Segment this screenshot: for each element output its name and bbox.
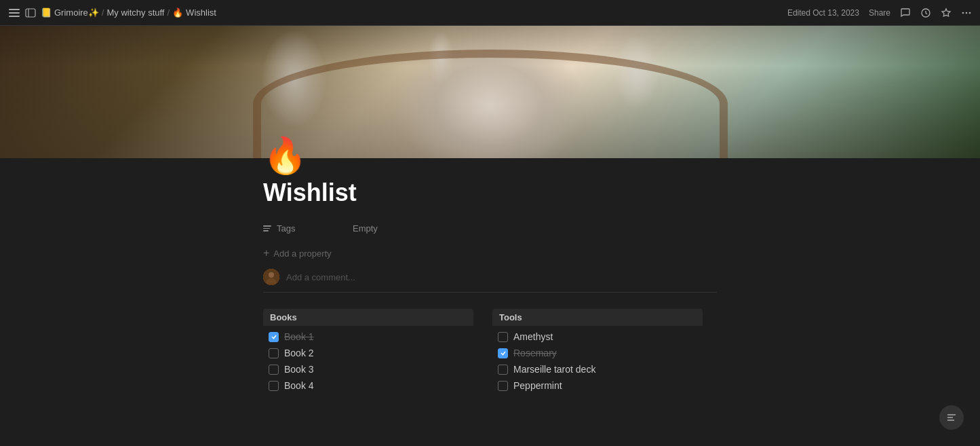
share-button[interactable]: Share (869, 8, 890, 18)
svg-point-5 (969, 12, 971, 14)
add-property-label: Add a property (273, 248, 331, 259)
rosemary-label: Rosemary (513, 348, 557, 358)
breadcrumb-sep-2: / (167, 7, 170, 18)
checklists-container: Books Book 1 Book 2 (263, 309, 717, 396)
breadcrumb-item-wishlist[interactable]: 🔥 Wishlist (172, 7, 216, 18)
wishlist-emoji: 🔥 (172, 7, 183, 18)
breadcrumb-item-grimoire[interactable]: 📒 Grimoire✨ (41, 7, 99, 18)
page-content: 🔥 Wishlist Tags Empty + Add a property (0, 138, 980, 396)
list-item: Peppermint (492, 377, 703, 394)
avatar (263, 269, 279, 285)
sidebar-toggle-icon[interactable] (24, 7, 37, 19)
favorite-icon[interactable] (941, 7, 952, 18)
tools-section: Tools Amethyst Rosemary (492, 309, 703, 396)
tags-label[interactable]: Tags (263, 223, 345, 234)
svg-point-4 (966, 12, 968, 14)
add-property-button[interactable]: + Add a property (263, 244, 717, 262)
add-property-plus-icon: + (263, 247, 269, 259)
checkbox-amethyst[interactable] (498, 332, 508, 342)
list-item: Marseille tarot deck (492, 361, 703, 377)
svg-point-3 (962, 12, 964, 14)
toc-button[interactable] (939, 405, 964, 430)
comment-area: Add a comment... (263, 262, 717, 293)
tags-icon (263, 224, 273, 234)
list-item: Rosemary (492, 345, 703, 361)
checkbox-book2[interactable] (269, 348, 279, 358)
checkbox-book4[interactable] (269, 381, 279, 391)
properties-section: Tags Empty (263, 221, 717, 236)
svg-point-7 (269, 272, 274, 278)
list-item: Amethyst (492, 329, 703, 345)
checkbox-rosemary[interactable] (498, 348, 508, 358)
checkbox-book3[interactable] (269, 365, 279, 375)
page-icon[interactable]: 🔥 (263, 138, 717, 173)
books-items: Book 1 Book 2 Book 3 Book 4 (263, 326, 473, 396)
history-icon[interactable] (920, 7, 931, 18)
breadcrumb-grimoire-label: Grimoire✨ (54, 7, 99, 18)
list-item: Book 4 (263, 377, 473, 394)
tags-value[interactable]: Empty (353, 223, 378, 234)
tools-header: Tools (492, 309, 703, 326)
book3-label: Book 3 (284, 364, 314, 375)
breadcrumb: 📒 Grimoire✨ / My witchy stuff / 🔥 Wishli… (41, 7, 216, 18)
tools-items: Amethyst Rosemary Marseille tarot deck (492, 326, 703, 396)
edited-timestamp: Edited Oct 13, 2023 (787, 8, 859, 18)
peppermint-label: Peppermint (513, 380, 562, 391)
list-item: Book 3 (263, 361, 473, 377)
tags-property-row: Tags Empty (263, 221, 717, 236)
svg-rect-0 (26, 9, 35, 17)
hamburger-icon[interactable] (8, 7, 20, 19)
checkbox-peppermint[interactable] (498, 381, 508, 391)
list-item: Book 1 (263, 329, 473, 345)
books-section: Books Book 1 Book 2 (263, 309, 473, 396)
marseille-label: Marseille tarot deck (513, 364, 595, 375)
amethyst-label: Amethyst (513, 331, 553, 342)
breadcrumb-mywitchystuff-label: My witchy stuff (106, 7, 164, 18)
topbar-right: Edited Oct 13, 2023 Share (787, 7, 972, 18)
comment-icon[interactable] (900, 7, 911, 18)
breadcrumb-sep-1: / (102, 7, 104, 18)
grimoire-emoji: 📒 (41, 7, 52, 18)
book2-label: Book 2 (284, 348, 314, 358)
checkbox-book1[interactable] (269, 332, 279, 342)
book1-label: Book 1 (284, 331, 314, 342)
book4-label: Book 4 (284, 380, 314, 391)
more-icon[interactable] (961, 7, 972, 18)
topbar-left: 📒 Grimoire✨ / My witchy stuff / 🔥 Wishli… (8, 7, 787, 19)
topbar: 📒 Grimoire✨ / My witchy stuff / 🔥 Wishli… (0, 0, 980, 26)
comment-input[interactable]: Add a comment... (286, 272, 355, 282)
breadcrumb-wishlist-label: Wishlist (186, 7, 216, 18)
books-header: Books (263, 309, 473, 326)
list-item: Book 2 (263, 345, 473, 361)
breadcrumb-item-mywitchystuff[interactable]: My witchy stuff (106, 7, 164, 18)
page-title[interactable]: Wishlist (263, 179, 717, 207)
checkbox-marseille[interactable] (498, 365, 508, 375)
